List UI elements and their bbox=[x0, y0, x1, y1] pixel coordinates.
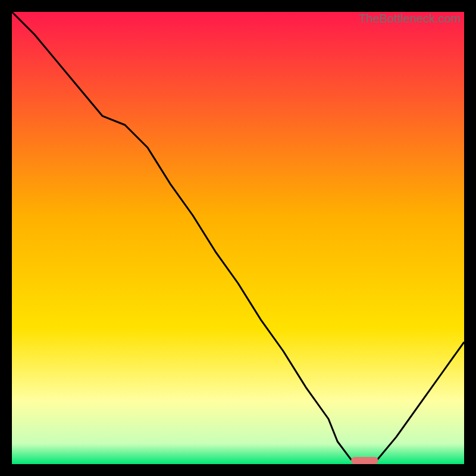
bottleneck-chart bbox=[12, 12, 464, 464]
watermark-text: TheBottleneck.com bbox=[359, 12, 461, 26]
gradient-background bbox=[12, 12, 464, 464]
optimal-range-marker bbox=[351, 457, 378, 464]
chart-frame: TheBottleneck.com bbox=[12, 12, 464, 464]
